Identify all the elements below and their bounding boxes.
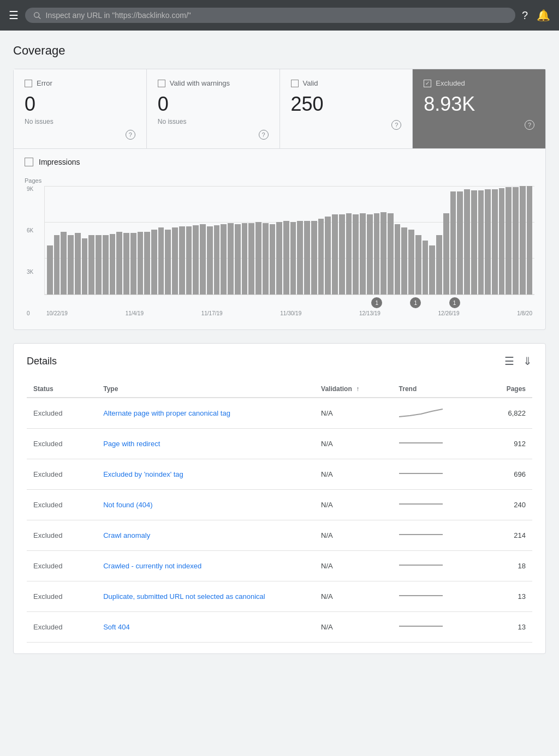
table-row[interactable]: ExcludedPage with redirectN/A912	[27, 429, 532, 459]
chart-bar	[527, 186, 533, 295]
impressions-label: Impressions	[39, 158, 80, 166]
chart-bar	[464, 189, 470, 295]
chart-bar	[172, 227, 178, 295]
table-row[interactable]: ExcludedCrawl anomalyN/A214	[27, 520, 532, 551]
table-header-row: Status Type Validation ↑ Trend Pages	[27, 381, 532, 398]
chart-bar	[380, 212, 386, 295]
error-help[interactable]: ?	[126, 130, 135, 140]
tile-error[interactable]: Error 0 No issues ?	[14, 69, 147, 148]
valid-checkbox[interactable]	[291, 80, 299, 87]
row-type[interactable]: Page with redirect	[97, 429, 314, 459]
row-type[interactable]: Alternate page with proper canonical tag	[97, 398, 314, 429]
row-pages: 696	[486, 459, 533, 490]
chart-bar	[82, 238, 88, 295]
row-pages: 18	[486, 551, 533, 581]
row-type[interactable]: Not found (404)	[97, 490, 314, 520]
chart-bar	[144, 232, 150, 295]
col-header-pages: Pages	[486, 381, 533, 398]
row-pages: 13	[486, 612, 533, 643]
tile-valid-warnings[interactable]: Valid with warnings 0 No issues ?	[147, 69, 280, 148]
chart-bar	[297, 221, 303, 295]
tile-excluded[interactable]: Excluded 8.93K ?	[413, 69, 545, 148]
row-validation: N/A	[314, 398, 392, 429]
row-type[interactable]: Excluded by 'noindex' tag	[97, 459, 314, 490]
table-row[interactable]: ExcludedCrawled - currently not indexedN…	[27, 551, 532, 581]
excluded-help[interactable]: ?	[525, 120, 534, 130]
chart-bar	[138, 232, 144, 295]
table-row[interactable]: ExcludedSoft 404N/A13	[27, 612, 532, 643]
row-status: Excluded	[27, 429, 97, 459]
chart-bar	[165, 230, 171, 295]
svg-line-1	[39, 17, 41, 19]
row-type[interactable]: Crawled - currently not indexed	[97, 551, 314, 581]
menu-icon[interactable]: ☰	[9, 9, 19, 22]
search-bar[interactable]	[25, 8, 515, 23]
search-input[interactable]	[46, 11, 508, 20]
row-trend	[393, 398, 486, 429]
chart-bar	[311, 221, 317, 295]
chart-bar	[374, 213, 380, 295]
row-type[interactable]: Soft 404	[97, 612, 314, 643]
valid-warnings-checkbox[interactable]	[158, 80, 165, 87]
chart-bar	[520, 186, 526, 295]
chart-bar	[478, 190, 484, 295]
chart-bar	[339, 214, 345, 295]
chart-bar	[242, 223, 248, 295]
event-markers: 111	[46, 295, 532, 308]
chart-bar	[221, 224, 227, 295]
table-row[interactable]: ExcludedAlternate page with proper canon…	[27, 398, 532, 429]
chart-bar	[110, 234, 116, 295]
error-checkbox[interactable]	[25, 80, 32, 87]
topbar: ☰ ? 🔔	[0, 0, 559, 31]
impressions-toggle[interactable]: Impressions	[25, 158, 534, 166]
chart-bar	[318, 219, 324, 295]
tile-valid[interactable]: Valid 250 ?	[280, 69, 413, 148]
chart-bar	[283, 221, 289, 295]
chart-bar	[332, 214, 338, 295]
row-status: Excluded	[27, 612, 97, 643]
row-status: Excluded	[27, 581, 97, 612]
row-trend	[393, 490, 486, 520]
chart-bar	[367, 214, 373, 295]
chart-bar	[492, 189, 498, 295]
col-header-trend: Trend	[393, 381, 486, 398]
row-validation: N/A	[314, 612, 392, 643]
valid-warnings-help[interactable]: ?	[259, 130, 269, 140]
x-axis: 10/22/19 11/4/19 11/17/19 11/30/19 12/13…	[44, 308, 534, 316]
help-icon[interactable]: ?	[522, 9, 528, 22]
table-row[interactable]: ExcludedNot found (404)N/A240	[27, 490, 532, 520]
error-label: Error	[37, 79, 52, 87]
download-icon[interactable]: ⇓	[523, 355, 532, 368]
chart-wrapper: Pages 9K 6K 3K 0	[25, 177, 534, 316]
details-table: Status Type Validation ↑ Trend Pages Exc…	[27, 381, 532, 643]
chart-bar	[346, 213, 352, 295]
row-type[interactable]: Crawl anomaly	[97, 520, 314, 551]
row-status: Excluded	[27, 551, 97, 581]
chart-bar	[388, 213, 394, 295]
col-header-validation[interactable]: Validation ↑	[314, 381, 392, 398]
excluded-checkbox[interactable]	[424, 80, 431, 87]
y-axis-label: Pages	[25, 177, 534, 184]
row-status: Excluded	[27, 520, 97, 551]
table-row[interactable]: ExcludedExcluded by 'noindex' tagN/A696	[27, 459, 532, 490]
search-icon	[33, 11, 41, 20]
chart-bar	[263, 223, 269, 295]
row-type[interactable]: Duplicate, submitted URL not selected as…	[97, 581, 314, 612]
x-label-3: 11/17/19	[201, 310, 223, 316]
chart-bar	[276, 222, 282, 295]
coverage-card: Error 0 No issues ? Valid with warnings …	[13, 69, 546, 330]
chart-bar	[54, 235, 60, 295]
x-label-7: 1/8/20	[517, 310, 532, 316]
table-row[interactable]: ExcludedDuplicate, submitted URL not sel…	[27, 581, 532, 612]
valid-help[interactable]: ?	[391, 120, 401, 130]
sort-arrow: ↑	[356, 385, 359, 393]
notification-icon[interactable]: 🔔	[537, 9, 550, 22]
details-card: Details ☰ ⇓ Status Type Validation ↑ Tre…	[13, 343, 546, 654]
chart-bar	[429, 245, 435, 295]
chart-bar	[47, 245, 53, 295]
chart-bar	[235, 224, 241, 295]
chart-bar	[395, 224, 401, 295]
filter-icon[interactable]: ☰	[504, 355, 514, 368]
impressions-checkbox[interactable]	[25, 158, 33, 166]
chart-bar	[103, 235, 109, 295]
